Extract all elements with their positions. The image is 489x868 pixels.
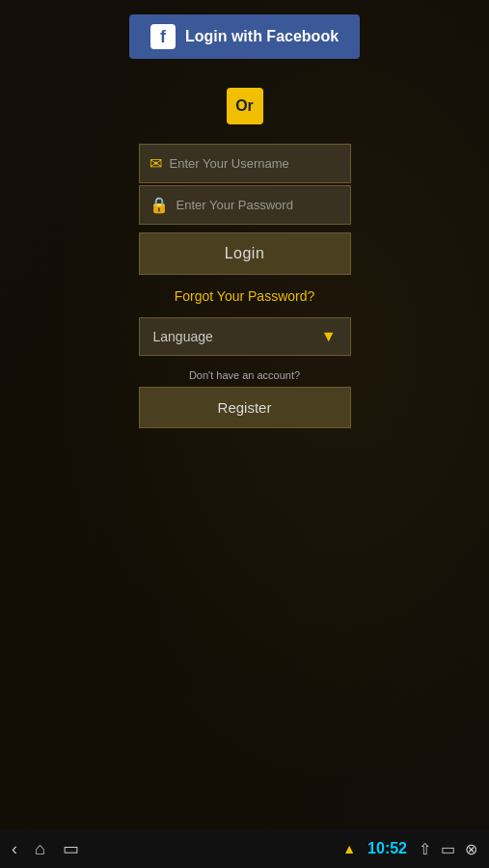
chevron-down-icon: ▼ [321,328,337,345]
login-form: ✉ 🔒 Login Forgot Your Password? Language… [139,144,351,428]
or-divider: Or [227,88,263,124]
screen-icon: ▭ [441,840,455,858]
password-field-row: 🔒 [139,185,351,225]
username-input[interactable] [170,156,340,171]
password-input[interactable] [177,198,340,212]
status-bar: ‹ ⌂ ▭ ▲ 10:52 ⇧ ▭ ⊗ [0,829,489,868]
recents-button[interactable]: ▭ [63,838,79,859]
username-icon: ✉ [149,154,162,173]
language-label: Language [153,329,213,344]
facebook-login-button[interactable]: f Login with Facebook [129,14,360,59]
login-button[interactable]: Login [139,232,351,275]
nav-buttons: ‹ ⌂ ▭ [12,838,79,859]
forgot-password-link[interactable]: Forgot Your Password? [139,288,351,304]
home-button[interactable]: ⌂ [35,839,45,859]
status-right-area: ▲ 10:52 ⇧ ▭ ⊗ [342,840,477,858]
no-account-text: Don't have an account? [139,369,351,381]
warning-icon: ▲ [342,841,356,856]
status-icons: ⇧ ▭ ⊗ [419,840,477,858]
share-icon: ⇧ [419,840,431,858]
close-circle-icon: ⊗ [465,840,477,858]
register-button[interactable]: Register [139,387,351,428]
clock: 10:52 [367,840,407,857]
username-field-row: ✉ [139,144,351,183]
facebook-icon: f [150,24,176,49]
facebook-button-label: Login with Facebook [185,28,339,45]
language-selector[interactable]: Language ▼ [139,317,351,356]
password-icon: 🔒 [149,196,169,214]
back-button[interactable]: ‹ [12,839,17,859]
